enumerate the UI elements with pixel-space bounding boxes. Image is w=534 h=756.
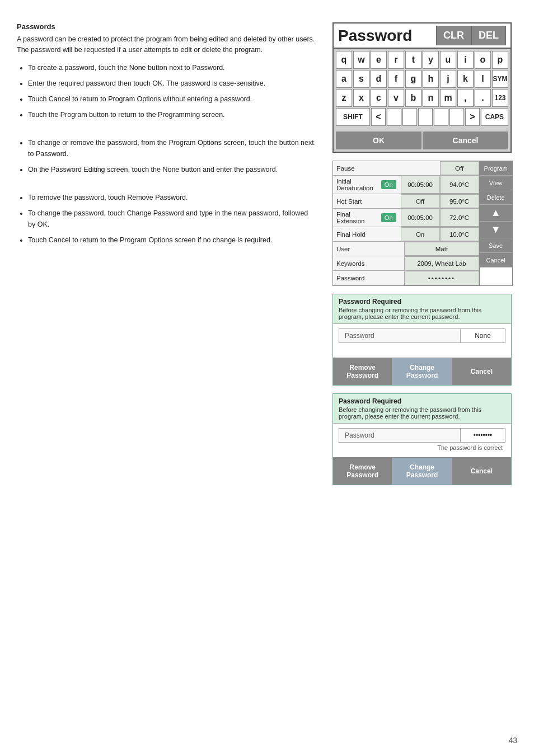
prog-row-user: User Matt <box>333 242 479 256</box>
page-number: 43 <box>508 736 517 745</box>
pw-req-row-2: Password •••••••• <box>339 428 505 443</box>
key-space5[interactable] <box>449 108 464 126</box>
key-y[interactable]: y <box>423 51 439 69</box>
key-o[interactable]: o <box>475 51 491 69</box>
prog-label-pause: Pause <box>333 161 440 175</box>
key-a[interactable]: a <box>336 70 352 88</box>
key-u[interactable]: u <box>440 51 456 69</box>
key-x[interactable]: x <box>353 89 369 107</box>
key-123[interactable]: 123 <box>492 89 508 107</box>
prog-value-hot-start[interactable]: Off <box>401 194 440 208</box>
key-space2[interactable] <box>402 108 417 126</box>
change-password-button-2[interactable]: Change Password <box>392 458 452 485</box>
prog-value-final-hold-temp[interactable]: 10.0°C <box>440 227 479 241</box>
section1-title: Passwords <box>17 22 316 31</box>
key-g[interactable]: g <box>405 70 421 88</box>
key-l[interactable]: l <box>475 70 491 88</box>
key-caps[interactable]: CAPS <box>481 108 508 126</box>
cancel-button-2[interactable]: Cancel <box>452 458 511 485</box>
prog-row-pause: Pause Off <box>333 161 479 176</box>
key-t[interactable]: t <box>405 51 421 69</box>
key-i[interactable]: i <box>457 51 474 69</box>
prog-value-init-denat-temp[interactable]: 94.0°C <box>440 176 479 194</box>
key-w[interactable]: w <box>353 51 369 69</box>
key-c[interactable]: c <box>371 89 387 107</box>
pw-req-password-value-2[interactable]: •••••••• <box>460 429 505 442</box>
prog-value-pause[interactable]: Off <box>440 161 479 175</box>
prog-value-user[interactable]: Matt <box>404 242 479 256</box>
del-button[interactable]: DEL <box>471 26 506 45</box>
prog-value-final-ext-time[interactable]: 00:05:00 <box>401 209 440 227</box>
keyboard-title: Password <box>338 27 436 45</box>
key-z[interactable]: z <box>336 89 352 107</box>
key-space3[interactable] <box>418 108 433 126</box>
pw-required-panel-2: Password Required Before changing or rem… <box>332 393 512 485</box>
key-space4[interactable] <box>434 108 448 126</box>
prog-btn-cancel[interactable]: Cancel <box>480 253 512 267</box>
prog-btn-down[interactable]: ▼ <box>480 222 512 238</box>
key-m[interactable]: m <box>440 89 456 107</box>
prog-label-init-denat: Initial Denaturation <box>333 176 377 194</box>
prog-label-keywords: Keywords <box>333 256 404 270</box>
prog-value-password[interactable]: •••••••• <box>404 271 479 285</box>
key-n[interactable]: n <box>423 89 439 107</box>
key-v[interactable]: v <box>388 89 404 107</box>
prog-row-hot-start: Hot Start Off 95.0°C <box>333 194 479 209</box>
prog-value-keywords[interactable]: 2009, Wheat Lab <box>404 256 479 270</box>
pw-req-password-label-2: Password <box>339 429 460 442</box>
prog-row-final-hold: Final Hold On 10.0°C <box>333 227 479 242</box>
key-shift[interactable]: SHIFT <box>336 108 370 126</box>
key-b[interactable]: b <box>405 89 421 107</box>
kb-row-1: q w e r t y u i o p <box>336 51 508 69</box>
prog-btn-program[interactable]: Program <box>480 161 512 176</box>
kb-row-4: SHIFT < > CAPS <box>336 108 508 126</box>
remove-password-button-2[interactable]: RemovePassword <box>333 458 392 485</box>
key-sym[interactable]: SYM <box>492 70 508 88</box>
key-space1[interactable] <box>387 108 401 126</box>
pw-req-password-value-1[interactable]: None <box>460 329 505 342</box>
key-gt[interactable]: > <box>465 108 480 126</box>
key-k[interactable]: k <box>457 70 474 88</box>
clr-button[interactable]: CLR <box>436 26 471 45</box>
cancel-button-1[interactable]: Cancel <box>452 358 511 385</box>
key-comma[interactable]: , <box>457 89 474 107</box>
key-lt[interactable]: < <box>371 108 386 126</box>
prog-value-hot-start-temp[interactable]: 95.0°C <box>440 194 479 208</box>
prog-btn-up[interactable]: ▲ <box>480 205 512 222</box>
program-panel-wrapper: Pause Off Initial Denaturation On 00:05:… <box>332 161 512 286</box>
pw-req-title-1: Password Required <box>339 298 505 306</box>
key-j[interactable]: j <box>440 70 456 88</box>
key-h[interactable]: h <box>423 70 439 88</box>
section1-bullets: To create a password, touch the None but… <box>17 62 316 120</box>
prog-btn-save[interactable]: Save <box>480 238 512 253</box>
pw-req-subtitle-2: Before changing or removing the password… <box>339 406 505 420</box>
prog-value-init-denat-time[interactable]: 00:05:00 <box>401 176 440 194</box>
pw-req-title-2: Password Required <box>339 397 505 405</box>
bullet-8: To change the password, touch Change Pas… <box>28 208 316 230</box>
change-password-button-1[interactable]: Change Password <box>392 358 452 385</box>
key-f[interactable]: f <box>388 70 404 88</box>
remove-password-button-1[interactable]: RemovePassword <box>333 358 392 385</box>
key-period[interactable]: . <box>475 89 491 107</box>
key-d[interactable]: d <box>371 70 387 88</box>
prog-label-final-ext: Final Extension <box>333 209 377 227</box>
key-e[interactable]: e <box>371 51 387 69</box>
pw-req-subtitle-1: Before changing or removing the password… <box>339 307 505 320</box>
prog-btn-view[interactable]: View <box>480 176 512 190</box>
keyboard-cancel-button[interactable]: Cancel <box>423 132 508 149</box>
key-r[interactable]: r <box>388 51 404 69</box>
pw-req-footer-1: RemovePassword Change Password Cancel <box>333 358 511 385</box>
prog-value-final-hold[interactable]: On <box>401 227 440 241</box>
prog-on-badge2: On <box>381 213 396 222</box>
bullet-7: To remove the password, touch Remove Pas… <box>28 192 316 203</box>
key-p[interactable]: p <box>492 51 508 69</box>
prog-value-final-ext-temp[interactable]: 72.0°C <box>440 209 479 227</box>
kb-row-2: a s d f g h j k l SYM <box>336 70 508 88</box>
bullet-2: Enter the required password then touch O… <box>28 78 316 89</box>
section2-bullets: To change or remove the password, from t… <box>17 137 316 175</box>
key-s[interactable]: s <box>353 70 369 88</box>
prog-btn-delete[interactable]: Delete <box>480 190 512 205</box>
key-q[interactable]: q <box>336 51 352 69</box>
pw-correct-msg: The password is correct <box>339 444 505 451</box>
keyboard-ok-button[interactable]: OK <box>336 132 421 149</box>
